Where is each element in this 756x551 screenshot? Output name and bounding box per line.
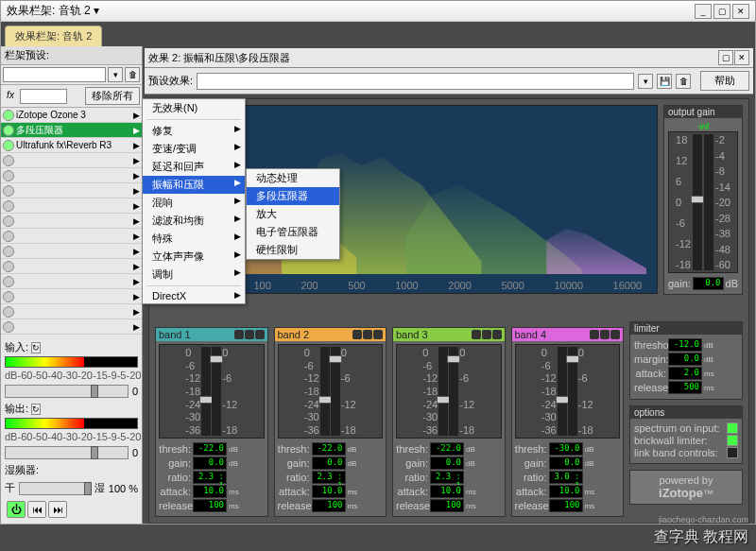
save-preset-button[interactable]: ▾ bbox=[108, 67, 123, 82]
effect-list-empty[interactable]: ▶ bbox=[1, 198, 142, 214]
band-release-input[interactable]: 100 bbox=[430, 499, 464, 512]
efx-preset-dropdown[interactable] bbox=[197, 73, 634, 90]
prev-button[interactable]: ⏮ bbox=[27, 501, 46, 518]
effect-list-empty[interactable]: ▶ bbox=[1, 319, 142, 335]
band-mute-button[interactable] bbox=[373, 330, 383, 339]
band-bypass-button[interactable] bbox=[363, 330, 372, 339]
link-bands-checkbox[interactable] bbox=[727, 447, 738, 458]
effect-list-empty[interactable]: ▶ bbox=[1, 304, 142, 319]
effect-power-icon[interactable] bbox=[3, 110, 14, 121]
output-gain-button[interactable]: ↻ bbox=[31, 404, 41, 415]
band-gain-input[interactable]: 0.0 bbox=[312, 456, 346, 470]
efx-preset-save-button[interactable]: 💾 bbox=[657, 74, 672, 89]
band-ratio-input[interactable]: 2.3 : 1 bbox=[312, 471, 346, 484]
output-slider[interactable] bbox=[5, 446, 129, 459]
band-release-input[interactable]: 100 bbox=[312, 499, 346, 512]
menu-item[interactable]: 振幅和压限▶ bbox=[143, 176, 245, 194]
effect-list-empty[interactable]: ▶ bbox=[1, 153, 142, 168]
band-solo-button[interactable] bbox=[352, 330, 362, 339]
band-mute-button[interactable] bbox=[492, 330, 502, 339]
maximize-button[interactable]: ▢ bbox=[713, 4, 730, 19]
menu-item[interactable]: 延迟和回声▶ bbox=[143, 158, 245, 176]
band-attack-input[interactable]: 10.0 bbox=[193, 485, 227, 498]
spectrum-input-checkbox[interactable] bbox=[727, 422, 738, 434]
help-button[interactable]: 帮助 bbox=[700, 71, 749, 91]
band-thresh-input[interactable]: -22.0 bbox=[312, 442, 346, 456]
band-solo-button[interactable] bbox=[590, 330, 599, 339]
effect-list-empty[interactable]: ▶ bbox=[1, 183, 142, 198]
limiter-margin-input[interactable]: 0.0 bbox=[668, 353, 702, 366]
band-attack-input[interactable]: 10.0 bbox=[430, 485, 464, 498]
effect-list-empty[interactable]: ▶ bbox=[1, 244, 142, 259]
band-gain-input[interactable]: 0.0 bbox=[193, 456, 227, 470]
submenu-item[interactable]: 硬性限制 bbox=[247, 241, 339, 259]
effect-list-empty[interactable]: ▶ bbox=[1, 229, 142, 244]
band-thresh-input[interactable]: -30.0 bbox=[549, 442, 583, 456]
band-thresh-input[interactable]: -22.0 bbox=[193, 442, 227, 456]
submenu-item[interactable]: 放大 bbox=[247, 205, 339, 223]
band-gain-slider[interactable] bbox=[212, 347, 221, 436]
effect-list-empty[interactable]: ▶ bbox=[1, 259, 142, 274]
efx-preset-menu-button[interactable]: ▾ bbox=[638, 74, 653, 89]
submenu-item[interactable]: 多段压限器 bbox=[247, 187, 339, 205]
remove-all-button[interactable]: 移除所有 bbox=[85, 87, 140, 105]
limiter-release-input[interactable]: 500 bbox=[668, 381, 702, 394]
band-ratio-input[interactable]: 3.0 : 1 bbox=[549, 471, 583, 484]
band-thresh-input[interactable]: -22.0 bbox=[430, 442, 464, 456]
band-release-input[interactable]: 100 bbox=[193, 499, 227, 512]
effect-power-icon[interactable] bbox=[3, 125, 14, 136]
band-mute-button[interactable] bbox=[610, 330, 620, 339]
menu-no-effect[interactable]: 无效果(N) bbox=[143, 99, 245, 117]
band-ratio-input[interactable]: 2.3 : 1 bbox=[430, 471, 464, 484]
effect-list-item[interactable]: iZotope Ozone 3▶ bbox=[1, 108, 142, 123]
menu-item[interactable]: 修复▶ bbox=[143, 122, 245, 140]
band-bypass-button[interactable] bbox=[482, 330, 491, 339]
limiter-attack-input[interactable]: 2.0 bbox=[668, 367, 702, 380]
effect-list-item[interactable]: Ultrafunk fx\Reverb R3▶ bbox=[1, 138, 142, 153]
effect-power-icon[interactable] bbox=[3, 140, 14, 151]
band-attack-input[interactable]: 10.0 bbox=[312, 485, 346, 498]
effect-list-empty[interactable]: ▶ bbox=[1, 168, 142, 183]
power-button[interactable]: ⏻ bbox=[7, 501, 26, 518]
band-mute-button[interactable] bbox=[255, 330, 265, 339]
menu-item[interactable]: 混响▶ bbox=[143, 194, 245, 212]
menu-item[interactable]: 立体声声像▶ bbox=[143, 248, 245, 266]
output-gain-input[interactable]: 0.0 bbox=[693, 277, 724, 290]
band-attack-input[interactable]: 10.0 bbox=[549, 485, 583, 498]
effect-list-item[interactable]: 多段压限器▶ bbox=[1, 123, 142, 138]
brickwall-checkbox[interactable] bbox=[727, 435, 738, 446]
efx-preset-delete-button[interactable]: 🗑 bbox=[676, 74, 691, 89]
tab-effects-rack[interactable]: 效果栏架: 音轨 2 bbox=[5, 26, 102, 46]
effect-list-empty[interactable]: ▶ bbox=[1, 289, 142, 304]
submenu-item[interactable]: 电子管压限器 bbox=[247, 223, 339, 241]
wetdry-slider[interactable] bbox=[19, 482, 91, 495]
menu-item[interactable]: 特殊▶ bbox=[143, 230, 245, 248]
band-gain-slider[interactable] bbox=[331, 347, 340, 436]
band-gain-input[interactable]: 0.0 bbox=[430, 456, 464, 470]
band-solo-button[interactable] bbox=[472, 330, 481, 339]
menu-directx[interactable]: DirectX▶ bbox=[143, 288, 245, 303]
band-ratio-input[interactable]: 2.3 : 1 bbox=[193, 471, 227, 484]
input-gain-button[interactable]: ↻ bbox=[31, 342, 41, 353]
band-gain-slider[interactable] bbox=[568, 347, 577, 436]
delete-preset-button[interactable]: 🗑 bbox=[125, 67, 140, 82]
rack-preset-dropdown[interactable] bbox=[3, 67, 106, 82]
limiter-threshold-input[interactable]: -12.0 bbox=[668, 338, 702, 352]
effect-list-empty[interactable]: ▶ bbox=[1, 214, 142, 229]
band-solo-button[interactable] bbox=[234, 330, 244, 339]
band-bypass-button[interactable] bbox=[245, 330, 254, 339]
menu-item[interactable]: 滤波和均衡▶ bbox=[143, 212, 245, 230]
close-button[interactable]: ✕ bbox=[732, 4, 749, 19]
menu-item[interactable]: 调制▶ bbox=[143, 266, 245, 284]
effect-list-empty[interactable]: ▶ bbox=[1, 274, 142, 289]
band-bypass-button[interactable] bbox=[600, 330, 610, 339]
effect-collapse-button[interactable]: ▢ bbox=[718, 50, 733, 65]
next-button[interactable]: ⏭ bbox=[48, 501, 67, 518]
minimize-button[interactable]: _ bbox=[695, 4, 712, 19]
effect-close-button[interactable]: ✕ bbox=[734, 50, 749, 65]
output-gain-slider[interactable] bbox=[693, 134, 702, 270]
band-release-input[interactable]: 100 bbox=[549, 499, 583, 512]
menu-item[interactable]: 变速/变调▶ bbox=[143, 140, 245, 158]
band-gain-slider[interactable] bbox=[449, 347, 458, 436]
submenu-item[interactable]: 动态处理 bbox=[247, 169, 339, 187]
